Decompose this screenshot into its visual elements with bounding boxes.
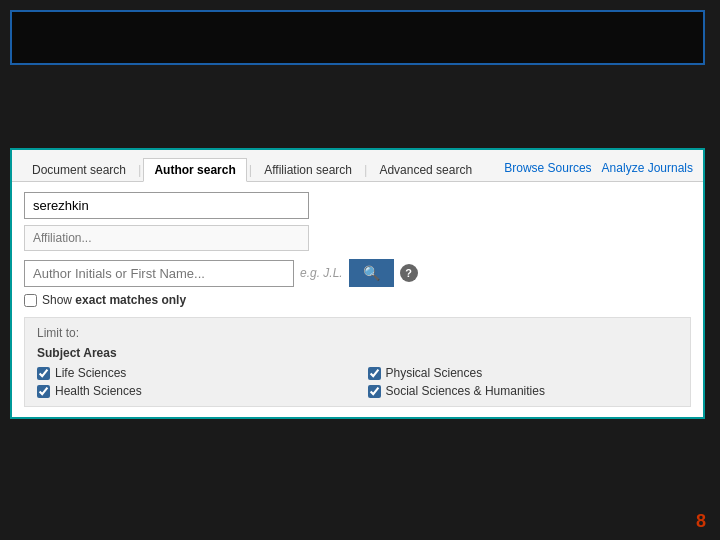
help-button[interactable]: ?: [400, 264, 418, 282]
initials-example: e.g. J.L.: [300, 266, 343, 280]
checkbox-physical-sciences[interactable]: Physical Sciences: [368, 366, 679, 380]
checkbox-life-sciences[interactable]: Life Sciences: [37, 366, 348, 380]
checkbox-life-sciences-input[interactable]: [37, 367, 50, 380]
social-sciences-label: Social Sciences & Humanities: [386, 384, 545, 398]
search-area: e.g. J.L. 🔍 ? Show exact matches only: [12, 182, 703, 313]
search-icon: 🔍: [363, 265, 380, 281]
checkbox-physical-sciences-input[interactable]: [368, 367, 381, 380]
exact-match-checkbox[interactable]: [24, 294, 37, 307]
author-name-input[interactable]: [24, 192, 309, 219]
checkbox-health-sciences-input[interactable]: [37, 385, 50, 398]
limit-section: Limit to: Subject Areas Life Sciences Ph…: [24, 317, 691, 407]
checkbox-health-sciences[interactable]: Health Sciences: [37, 384, 348, 398]
checkbox-social-sciences[interactable]: Social Sciences & Humanities: [368, 384, 679, 398]
exact-match-label: Show exact matches only: [42, 293, 186, 307]
life-sciences-label: Life Sciences: [55, 366, 126, 380]
search-panel: Document search | Author search | Affili…: [10, 148, 705, 419]
exact-match-row: Show exact matches only: [24, 293, 418, 307]
analyze-journals-link[interactable]: Analyze Journals: [602, 161, 693, 175]
tabs-row: Document search | Author search | Affili…: [12, 150, 703, 182]
physical-sciences-label: Physical Sciences: [386, 366, 483, 380]
health-sciences-label: Health Sciences: [55, 384, 142, 398]
tab-advanced-search[interactable]: Advanced search: [369, 159, 482, 181]
subject-areas-title: Subject Areas: [37, 346, 678, 360]
tab-document-search[interactable]: Document search: [22, 159, 136, 181]
tab-separator-1: |: [138, 162, 141, 177]
tabs-right-links: Browse Sources Analyze Journals: [504, 161, 693, 179]
affiliation-input[interactable]: [24, 225, 309, 251]
right-field-group: e.g. J.L. 🔍 ? Show exact matches only: [24, 259, 418, 307]
subject-checkboxes-grid: Life Sciences Physical Sciences Health S…: [37, 366, 678, 398]
checkbox-social-sciences-input[interactable]: [368, 385, 381, 398]
author-initials-input[interactable]: [24, 260, 294, 287]
tab-separator-3: |: [364, 162, 367, 177]
tab-separator-2: |: [249, 162, 252, 177]
browse-sources-link[interactable]: Browse Sources: [504, 161, 591, 175]
tab-affiliation-search[interactable]: Affiliation search: [254, 159, 362, 181]
tab-author-search[interactable]: Author search: [143, 158, 246, 182]
limit-to-label: Limit to:: [37, 326, 678, 340]
left-field-group: [24, 192, 309, 251]
search-button[interactable]: 🔍: [349, 259, 394, 287]
page-number: 8: [696, 511, 706, 532]
top-decorative-box: [10, 10, 705, 65]
